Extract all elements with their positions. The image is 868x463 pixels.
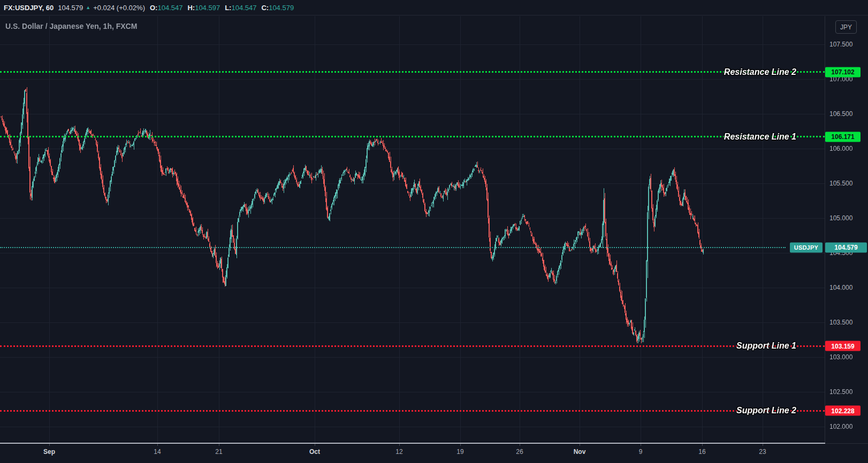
- price-tick-label: 106.000: [829, 145, 852, 152]
- level-line-resistance-line-2[interactable]: [0, 71, 825, 73]
- close-value: 104.579: [269, 4, 294, 12]
- time-axis-separator: [0, 443, 825, 444]
- time-axis[interactable]: [0, 444, 868, 463]
- time-axis-separator-corner: [825, 443, 868, 444]
- level-label-resistance-line-2[interactable]: Resistance Line 2: [724, 67, 796, 77]
- level-price-badge-support-line-2: 102.228: [825, 406, 861, 416]
- current-price-symbol-tag: USDJPY: [790, 242, 823, 252]
- low-label: L:: [225, 4, 231, 12]
- level-price-badge-support-line-1: 103.159: [825, 341, 861, 351]
- price-tick-label: 105.000: [829, 214, 852, 222]
- level-price-badge-resistance-line-2: 107.102: [825, 67, 861, 77]
- price-tick-label: 103.000: [829, 353, 852, 361]
- trading-chart-app: FX:USDJPY, 60 104.579 ▲ +0.024 (+0.02%) …: [0, 0, 868, 463]
- close-label: C:: [261, 4, 269, 12]
- price-tick-label: 104.000: [829, 284, 852, 291]
- level-price-badge-resistance-line-1: 106.171: [825, 132, 861, 142]
- price-tick-label: 107.500: [829, 41, 852, 48]
- price-tick-label: 102.000: [829, 423, 852, 430]
- low-value: 104.547: [231, 4, 256, 12]
- ohlc-top-bar: FX:USDJPY, 60 104.579 ▲ +0.024 (+0.02%) …: [0, 0, 868, 16]
- open-value: 104.547: [157, 4, 182, 12]
- price-tick-label: 103.500: [829, 319, 852, 326]
- open-label: O:: [150, 4, 157, 12]
- level-line-support-line-1[interactable]: [0, 345, 825, 347]
- level-line-resistance-line-1[interactable]: [0, 136, 825, 137]
- level-line-support-line-2[interactable]: [0, 410, 825, 412]
- chart-surface[interactable]: [0, 16, 825, 443]
- price-up-triangle-icon: ▲: [86, 5, 90, 10]
- level-label-support-line-2[interactable]: Support Line 2: [736, 406, 796, 415]
- chart-title-legend[interactable]: U.S. Dollar / Japanese Yen, 1h, FXCM: [5, 22, 137, 30]
- level-label-support-line-1[interactable]: Support Line 1: [736, 341, 796, 351]
- price-tick-label: 105.500: [829, 180, 852, 187]
- current-price-badge: 104.579: [825, 242, 867, 252]
- price-tick-label: 102.500: [829, 388, 852, 396]
- current-price-line: [0, 247, 786, 248]
- price-tick-label: 106.500: [829, 110, 852, 118]
- last-price-value: 104.579: [58, 4, 83, 12]
- price-change-value: +0.024 (+0.02%): [93, 4, 145, 12]
- symbol-interval-legend[interactable]: FX:USDJPY, 60: [4, 4, 54, 12]
- level-label-resistance-line-1[interactable]: Resistance Line 1: [724, 132, 796, 142]
- currency-jpy-button[interactable]: JPY: [835, 20, 857, 34]
- high-label: H:: [187, 4, 195, 12]
- high-value: 104.597: [195, 4, 220, 12]
